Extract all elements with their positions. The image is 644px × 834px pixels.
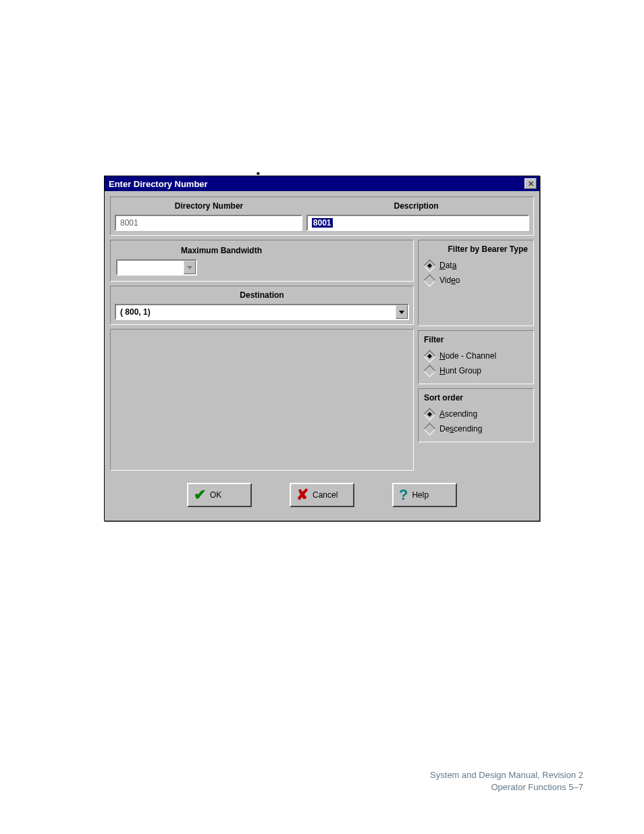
filter-hunt-group-label: Hunt Group [439, 366, 481, 375]
close-icon[interactable]: ✕ [525, 178, 537, 189]
sort-ascending-label: Ascending [439, 409, 477, 419]
diamond-radio-icon [423, 365, 435, 377]
dialog-button-row: ✔ OK ✘ Cancel ? Help [110, 471, 534, 515]
x-icon: ✘ [296, 486, 308, 504]
sort-descending-radio[interactable]: Descending [424, 421, 528, 436]
bearer-video-radio[interactable]: Video [424, 273, 528, 288]
bearer-data-radio[interactable]: Data [424, 258, 528, 273]
diamond-radio-icon [423, 423, 435, 435]
sort-order-panel: Sort order Ascending Descending [418, 388, 534, 442]
titlebar: Enter Directory Number ✕ [105, 176, 539, 191]
destination-value: ( 800, 1) [116, 305, 396, 319]
check-icon: ✔ [194, 486, 206, 504]
diamond-radio-icon [423, 259, 435, 271]
sort-descending-label: Descending [439, 424, 482, 434]
filter-node-channel-radio[interactable]: Node - Channel [424, 348, 528, 363]
chevron-down-icon[interactable] [184, 261, 196, 274]
page-footer: System and Design Manual, Revision 2 Ope… [430, 769, 583, 793]
enter-directory-number-dialog: Enter Directory Number ✕ Directory Numbe… [104, 176, 540, 521]
destination-label: Destination [115, 290, 409, 304]
directory-number-label: Directory Number [115, 201, 303, 215]
bearer-video-label: Video [439, 276, 460, 285]
ok-button-label: OK [210, 490, 221, 500]
document-page: Enter Directory Number ✕ Directory Numbe… [0, 0, 644, 834]
filter-hunt-group-radio[interactable]: Hunt Group [424, 363, 528, 378]
diamond-radio-icon [423, 350, 435, 362]
help-button-label: Help [412, 490, 429, 500]
help-button[interactable]: ? Help [392, 483, 457, 507]
diamond-radio-icon [423, 274, 435, 286]
sort-ascending-radio[interactable]: Ascending [424, 407, 528, 421]
filter-panel: Filter Node - Channel Hunt Group [418, 330, 534, 384]
chevron-down-icon[interactable] [396, 305, 408, 319]
directory-number-field[interactable]: 8001 [115, 215, 302, 231]
sort-order-label: Sort order [424, 393, 528, 402]
description-label: Description [303, 201, 529, 215]
top-panel: Directory Number Description 8001 8001 [110, 197, 534, 236]
max-bandwidth-label: Maximum Bandwidth [35, 246, 408, 259]
filter-bearer-label: Filter by Bearer Type [424, 244, 528, 254]
filter-bearer-panel: Filter by Bearer Type Data Video [418, 240, 534, 326]
ok-button[interactable]: ✔ OK [187, 483, 252, 507]
max-bandwidth-dropdown[interactable] [116, 259, 197, 276]
dialog-body: Directory Number Description 8001 8001 M… [105, 191, 539, 521]
filter-node-channel-label: Node - Channel [439, 351, 496, 361]
question-icon: ? [399, 486, 408, 504]
footer-line-1: System and Design Manual, Revision 2 [430, 769, 583, 781]
diamond-radio-icon [423, 408, 435, 420]
filter-label: Filter [424, 335, 528, 344]
destination-dropdown[interactable]: ( 800, 1) [115, 304, 409, 320]
cancel-button[interactable]: ✘ Cancel [290, 483, 354, 507]
description-value: 8001 [312, 218, 333, 228]
cancel-button-label: Cancel [313, 490, 338, 500]
bearer-data-label: Data [439, 261, 456, 270]
max-bandwidth-value [117, 261, 184, 274]
max-bandwidth-panel: Maximum Bandwidth [110, 240, 414, 282]
destination-panel: Destination ( 800, 1) [110, 286, 414, 325]
dialog-title: Enter Directory Number [109, 179, 208, 189]
blank-panel [110, 329, 414, 471]
description-field[interactable]: 8001 [306, 215, 529, 231]
footer-line-2: Operator Functions 5–7 [430, 781, 583, 793]
directory-number-value: 8001 [120, 218, 138, 228]
